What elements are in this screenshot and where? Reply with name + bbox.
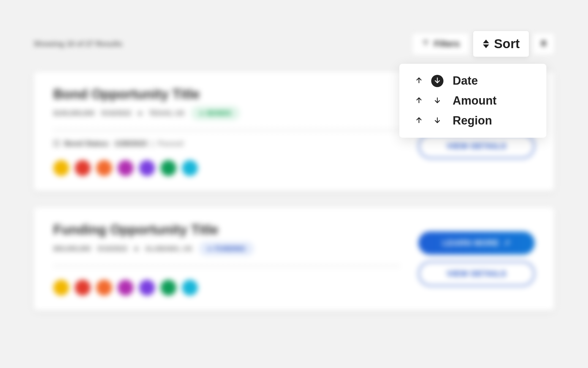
category-circle[interactable] bbox=[139, 160, 155, 176]
category-circle[interactable] bbox=[75, 160, 91, 176]
filter-icon bbox=[422, 39, 430, 49]
arrow-up-icon bbox=[415, 77, 423, 85]
category-circles bbox=[53, 160, 400, 176]
sort-option-label[interactable]: Region bbox=[453, 114, 492, 127]
view-details-button[interactable]: VIEW DETAILS bbox=[418, 261, 535, 286]
divider bbox=[53, 267, 400, 267]
view-details-label: VIEW DETAILS bbox=[447, 269, 507, 278]
tag-dot-icon: ● bbox=[200, 109, 204, 117]
learn-more-button[interactable]: LEARN MORE ↗ bbox=[418, 232, 535, 255]
arrow-up-icon bbox=[415, 97, 423, 105]
sort-option-label[interactable]: Date bbox=[453, 74, 478, 87]
sort-option-row: Amount bbox=[413, 94, 533, 107]
status-value: Passed bbox=[158, 139, 183, 148]
card-location: ALABAMA, US bbox=[145, 245, 192, 253]
category-circle[interactable] bbox=[96, 280, 112, 296]
toolbar: Showing 10 of 27 Results Filters Sort bbox=[34, 31, 554, 57]
sort-desc-button[interactable] bbox=[431, 95, 443, 107]
sort-desc-button[interactable] bbox=[431, 75, 443, 87]
opportunity-card: Funding Opportunity Title $50,000,000 5/… bbox=[34, 207, 554, 310]
category-circle[interactable] bbox=[182, 280, 198, 296]
sort-desc-button[interactable] bbox=[431, 115, 443, 127]
category-circle[interactable] bbox=[118, 280, 134, 296]
category-circles bbox=[53, 280, 400, 296]
sort-asc-button[interactable] bbox=[413, 115, 425, 127]
arrow-down-icon bbox=[434, 97, 441, 105]
divider bbox=[53, 129, 400, 129]
category-tag: ● FUNDING bbox=[199, 242, 254, 256]
calendar-icon: ☐ bbox=[53, 139, 60, 148]
view-details-label: VIEW DETAILS bbox=[447, 141, 507, 151]
sort-button[interactable]: Sort bbox=[473, 31, 529, 57]
sort-label: Sort bbox=[494, 36, 520, 51]
card-date: 5/16/2022 bbox=[101, 109, 131, 117]
card-title: Funding Opportunity Title bbox=[53, 222, 400, 237]
category-circle[interactable] bbox=[182, 160, 198, 176]
svg-marker-3 bbox=[483, 40, 489, 43]
external-link-icon: ↗ bbox=[503, 238, 511, 248]
sort-option-row: Date bbox=[413, 74, 533, 87]
sort-icon bbox=[482, 40, 490, 48]
sort-dropdown: DateAmountRegion bbox=[399, 64, 546, 138]
arrow-up-icon bbox=[415, 117, 423, 125]
sort-option-row: Region bbox=[413, 114, 533, 127]
arrow-down-icon bbox=[434, 117, 441, 125]
category-circle[interactable] bbox=[118, 160, 134, 176]
card-amount: $100,000,000 bbox=[53, 109, 95, 117]
category-circle[interactable] bbox=[96, 160, 112, 176]
filters-button[interactable]: Filters bbox=[412, 33, 469, 55]
category-circle[interactable] bbox=[160, 160, 176, 176]
tag-label: BONDS bbox=[207, 109, 231, 117]
category-circle[interactable] bbox=[53, 280, 69, 296]
status-date: 1/28/2023 bbox=[114, 139, 147, 148]
sort-option-label[interactable]: Amount bbox=[453, 94, 497, 107]
svg-marker-4 bbox=[483, 44, 489, 48]
status-line: ☐ Bond Status: 1/28/2023 | Passed bbox=[53, 139, 400, 148]
category-tag: ● BONDS bbox=[191, 106, 240, 120]
sort-asc-button[interactable] bbox=[413, 95, 425, 107]
arrow-down-icon bbox=[434, 77, 441, 85]
category-circle[interactable] bbox=[160, 280, 176, 296]
location-pin-icon: ● bbox=[138, 109, 142, 117]
divider bbox=[53, 264, 400, 265]
filters-label: Filters bbox=[434, 39, 460, 49]
results-count-text: Showing 10 of 27 Results bbox=[34, 40, 122, 48]
card-title: Bond Opportunity Title bbox=[53, 86, 400, 102]
card-location: TEXAS, US bbox=[149, 109, 184, 117]
divider bbox=[53, 131, 400, 132]
category-circle[interactable] bbox=[53, 160, 69, 176]
status-label: Bond Status: bbox=[64, 139, 110, 148]
sort-asc-button[interactable] bbox=[413, 75, 425, 87]
category-circle[interactable] bbox=[139, 280, 155, 296]
card-amount: $50,000,000 bbox=[53, 245, 91, 253]
learn-more-label: LEARN MORE bbox=[443, 238, 499, 248]
tag-dot-icon: ● bbox=[208, 245, 212, 253]
toolbar-actions: Filters Sort bbox=[412, 31, 554, 57]
notifications-button[interactable] bbox=[533, 33, 554, 55]
tag-label: FUNDING bbox=[215, 245, 245, 253]
category-circle[interactable] bbox=[75, 280, 91, 296]
location-pin-icon: ● bbox=[134, 245, 138, 253]
card-date: 5/16/2022 bbox=[97, 245, 127, 253]
